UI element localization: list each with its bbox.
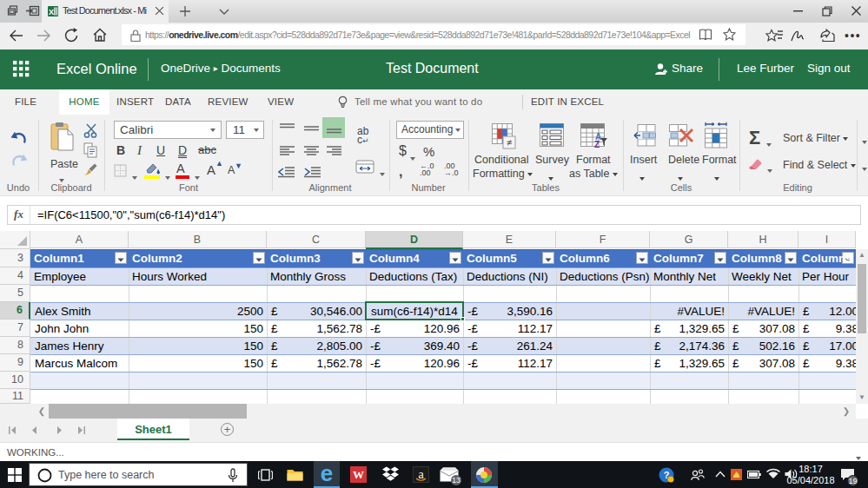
- svg-text:Z: Z: [594, 140, 600, 149]
- svg-text:≠: ≠: [507, 137, 512, 148]
- svg-text:X: X: [49, 8, 54, 16]
